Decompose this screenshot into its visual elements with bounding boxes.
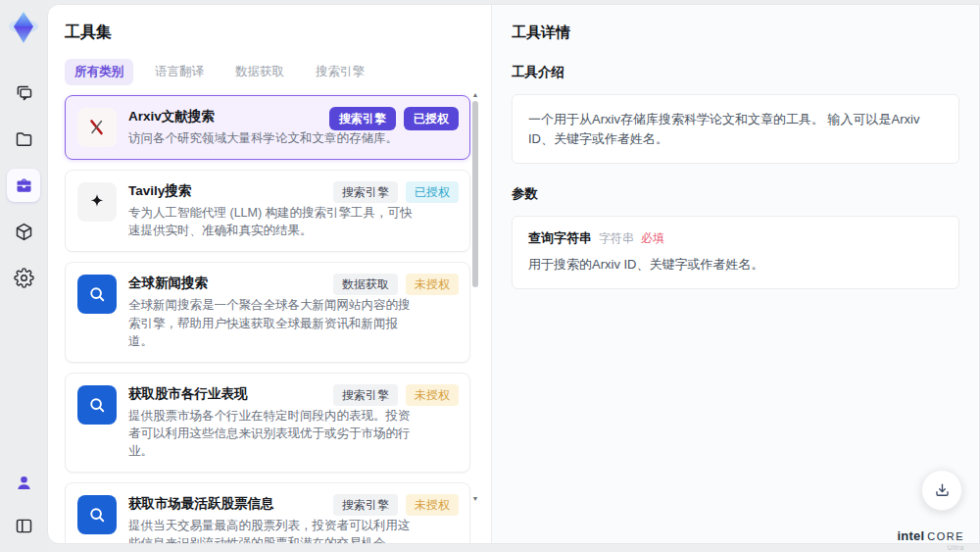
tool-description: 访问各个研究领域大量科学论文和文章的存储库。	[128, 129, 415, 147]
status-badge: 未授权	[406, 384, 459, 406]
tool-description: 提供股票市场各个行业在特定时间段内的表现。投资者可以利用这些信息来识别表现优于或…	[128, 407, 415, 460]
status-badge: 未授权	[406, 274, 459, 295]
blue-search-logo-icon	[77, 275, 117, 314]
intro-heading: 工具介绍	[512, 64, 959, 81]
tab-data-fetching[interactable]: 数据获取	[225, 59, 294, 85]
cube-icon	[14, 222, 34, 242]
download-button[interactable]	[921, 470, 962, 511]
tool-list: Arxiv文献搜索 访问各个研究领域大量科学论文和文章的存储库。 搜索引擎 已授…	[65, 95, 470, 544]
sidebar-nav	[7, 76, 40, 294]
intro-box: 一个用于从Arxiv存储库搜索科学论文和文章的工具。 输入可以是Arxiv ID…	[512, 94, 959, 164]
sidebar-item-account[interactable]	[7, 466, 40, 499]
category-badge: 搜索引擎	[333, 384, 398, 406]
category-badge: 搜索引擎	[333, 494, 398, 516]
tool-card-tavily[interactable]: Tavily搜索 专为人工智能代理 (LLM) 构建的搜索引擎工具，可快速提供实…	[65, 170, 470, 252]
sidebar-item-tools[interactable]	[7, 169, 40, 202]
status-badge: 已授权	[406, 181, 459, 203]
sidebar-item-packages[interactable]	[7, 215, 40, 248]
brand-sub: Ultra	[948, 544, 964, 551]
app-sidebar	[0, 0, 47, 552]
tool-card-sector-performance[interactable]: 获取股市各行业表现 提供股票市场各个行业在特定时间段内的表现。投资者可以利用这些…	[65, 373, 470, 473]
param-description: 用于搜索的Arxiv ID、关键字或作者姓名。	[528, 256, 943, 274]
tool-description: 提供当天交易量最高的股票列表，投资者可以利用这些信息来识别流动性强的股票和潜在的…	[128, 517, 415, 544]
param-type: 字符串	[599, 230, 634, 247]
tool-card-arxiv[interactable]: Arxiv文献搜索 访问各个研究领域大量科学论文和文章的存储库。 搜索引擎 已授…	[65, 95, 470, 160]
blue-search-logo-icon	[77, 385, 117, 425]
sidebar-item-settings[interactable]	[7, 261, 40, 294]
page-title: 工具集	[65, 23, 491, 43]
tool-card-global-news-search[interactable]: 全球新闻搜索 全球新闻搜索是一个聚合全球各大新闻网站内容的搜索引擎，帮助用户快速…	[65, 262, 470, 362]
user-icon	[14, 473, 34, 493]
brand-core: CORE	[927, 530, 964, 542]
scroll-up-arrow[interactable]: ▲	[471, 91, 479, 99]
status-badge: 未授权	[406, 494, 459, 516]
status-badge: 已授权	[404, 107, 459, 130]
panel-icon	[14, 516, 34, 536]
category-badge: 搜索引擎	[329, 107, 396, 130]
list-scrollbar: ▲ ▼	[471, 91, 479, 530]
sidebar-item-collapse[interactable]	[7, 509, 40, 542]
arxiv-logo-icon	[77, 108, 117, 147]
tool-card-most-active-stocks[interactable]: 获取市场最活跃股票信息 提供当天交易量最高的股票列表，投资者可以利用这些信息来识…	[65, 482, 470, 544]
main-content: 工具集 所有类别 语言翻译 数据获取 搜索引擎 Arxiv文献搜索 访问各个研究…	[47, 4, 980, 544]
tab-language-translation[interactable]: 语言翻译	[145, 59, 214, 85]
param-name: 查询字符串	[528, 229, 592, 247]
param-required-badge: 必填	[641, 230, 664, 247]
tab-all-categories[interactable]: 所有类别	[65, 59, 133, 85]
toolbox-icon	[14, 176, 34, 196]
scrollbar-thumb[interactable]	[472, 101, 478, 287]
gear-icon	[14, 268, 34, 288]
tab-search-engine[interactable]: 搜索引擎	[306, 59, 374, 85]
param-box: 查询字符串 字符串 必填 用于搜索的Arxiv ID、关键字或作者姓名。	[512, 216, 959, 289]
sidebar-item-chat[interactable]	[7, 76, 40, 110]
scroll-down-arrow[interactable]: ▼	[471, 495, 479, 503]
app-logo	[6, 8, 41, 47]
detail-title: 工具详情	[512, 24, 959, 42]
chat-icon	[14, 83, 34, 104]
params-heading: 参数	[512, 185, 959, 203]
download-icon	[933, 481, 952, 500]
brand-intel: intel	[897, 528, 924, 543]
tool-detail-panel: 工具详情 工具介绍 一个用于从Arxiv存储库搜索科学论文和文章的工具。 输入可…	[491, 5, 979, 543]
tavily-star-icon	[77, 182, 117, 222]
category-tabs: 所有类别 语言翻译 数据获取 搜索引擎	[65, 59, 491, 85]
category-badge: 搜索引擎	[333, 181, 398, 203]
blue-search-logo-icon	[77, 495, 117, 534]
tool-description: 专为人工智能代理 (LLM) 构建的搜索引擎工具，可快速提供实时、准确和真实的结…	[128, 204, 415, 239]
tool-list-panel: 工具集 所有类别 语言翻译 数据获取 搜索引擎 Arxiv文献搜索 访问各个研究…	[48, 5, 491, 543]
sidebar-item-files[interactable]	[7, 123, 40, 156]
tool-description: 全球新闻搜索是一个聚合全球各大新闻网站内容的搜索引擎，帮助用户快速获取全球最新资…	[128, 296, 415, 349]
folder-icon	[14, 129, 34, 150]
sidebar-bottom	[7, 466, 40, 542]
category-badge: 数据获取	[333, 274, 398, 295]
intel-core-logo: intel CORE Ultra	[897, 528, 964, 543]
